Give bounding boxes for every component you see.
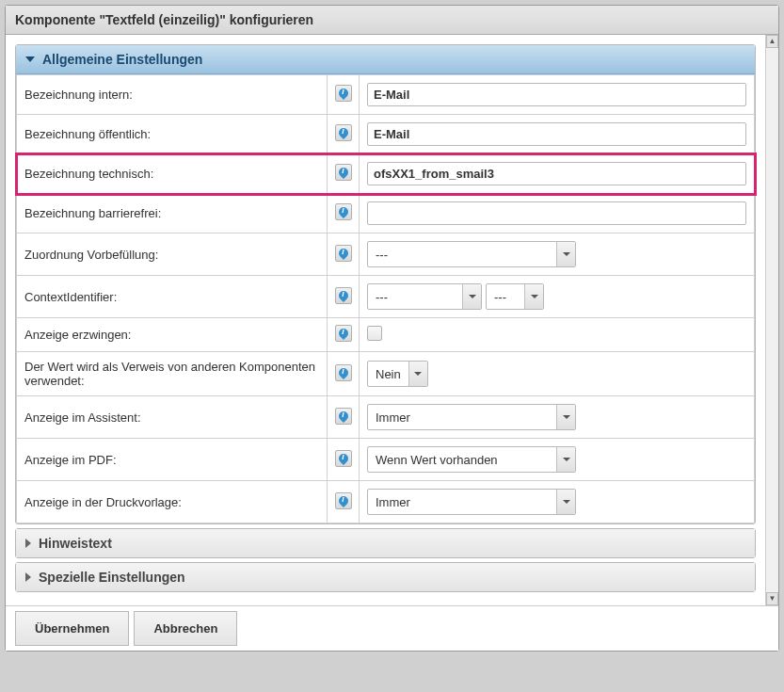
section-special: Spezielle Einstellungen (15, 562, 756, 592)
select-value: Wenn Wert vorhanden (368, 447, 556, 472)
select-reference[interactable]: Nein (367, 361, 428, 387)
select-assistant[interactable]: Immer (367, 404, 576, 430)
input-public[interactable] (367, 122, 746, 146)
help-icon[interactable] (335, 164, 352, 181)
select-value: Nein (368, 362, 408, 386)
label-print: Anzeige in der Druckvorlage: (17, 481, 328, 523)
config-dialog: Komponente "Textfeld (einzeilig)" konfig… (5, 5, 779, 652)
expand-icon (25, 539, 31, 548)
section-hint: Hinweistext (15, 528, 756, 558)
dialog-title: Komponente "Textfeld (einzeilig)" konfig… (6, 6, 778, 35)
row-force: Anzeige erzwingen: (17, 318, 755, 352)
label-reference: Der Wert wird als Verweis von anderen Ko… (17, 352, 328, 396)
row-assistant: Anzeige im Assistent: Immer (17, 396, 755, 439)
select-print[interactable]: Immer (367, 489, 576, 515)
row-technical: Bezeichnung technisch: (17, 154, 755, 194)
row-accessible: Bezeichnung barrierefrei: (17, 194, 755, 233)
label-public: Bezeichnung öffentlich: (17, 115, 328, 154)
label-assistant: Anzeige im Assistent: (17, 396, 328, 439)
row-public: Bezeichnung öffentlich: (17, 115, 755, 154)
dialog-footer: Übernehmen Abbrechen (6, 605, 778, 651)
select-value: --- (487, 284, 524, 309)
help-icon[interactable] (335, 450, 352, 467)
help-icon[interactable] (335, 245, 352, 262)
chevron-down-icon (556, 405, 575, 429)
cancel-button[interactable]: Abbrechen (134, 611, 237, 646)
label-context: ContextIdentifier: (17, 276, 328, 318)
label-force: Anzeige erzwingen: (17, 318, 328, 352)
label-accessible: Bezeichnung barrierefrei: (17, 194, 328, 233)
chevron-down-icon (462, 284, 481, 309)
chevron-down-icon (556, 490, 575, 514)
section-title: Allgemeine Einstellungen (42, 52, 202, 67)
help-icon[interactable] (335, 408, 352, 425)
chevron-down-icon (556, 447, 575, 472)
label-prefill: Zuordnung Vorbefüllung: (17, 233, 328, 276)
scroll-up-icon[interactable]: ▲ (766, 35, 778, 48)
label-internal: Bezeichnung intern: (17, 75, 328, 115)
section-header-general[interactable]: Allgemeine Einstellungen (16, 45, 755, 74)
row-context: ContextIdentifier: --- --- (17, 276, 755, 318)
chevron-down-icon (556, 242, 575, 266)
input-technical[interactable] (367, 162, 746, 185)
collapse-icon (25, 56, 35, 62)
row-reference: Der Wert wird als Verweis von anderen Ko… (17, 352, 755, 396)
select-context-2[interactable]: --- (486, 283, 544, 310)
checkbox-force[interactable] (367, 326, 382, 341)
row-pdf: Anzeige im PDF: Wenn Wert vorhanden (17, 439, 755, 481)
apply-button[interactable]: Übernehmen (15, 611, 129, 646)
select-prefill[interactable]: --- (367, 241, 576, 267)
row-print: Anzeige in der Druckvorlage: Immer (17, 481, 755, 523)
help-icon[interactable] (335, 124, 352, 141)
scroll-down-icon[interactable]: ▼ (766, 592, 778, 605)
expand-icon (25, 572, 31, 582)
select-value: Immer (368, 490, 556, 514)
label-technical: Bezeichnung technisch: (17, 154, 328, 194)
section-header-special[interactable]: Spezielle Einstellungen (16, 563, 755, 591)
input-accessible[interactable] (367, 201, 746, 225)
help-icon[interactable] (335, 364, 352, 381)
section-header-hint[interactable]: Hinweistext (16, 529, 755, 557)
section-general: Allgemeine Einstellungen Bezeichnung int… (15, 44, 756, 524)
select-pdf[interactable]: Wenn Wert vorhanden (367, 446, 576, 473)
select-value: --- (368, 284, 462, 309)
select-value: --- (368, 242, 556, 266)
chevron-down-icon (408, 362, 427, 386)
dialog-body: ▲ ▼ Allgemeine Einstellungen Bezeichnung… (6, 35, 778, 605)
section-title: Hinweistext (39, 536, 112, 551)
help-icon[interactable] (335, 85, 352, 102)
scrollbar[interactable]: ▲ ▼ (765, 35, 778, 605)
section-title: Spezielle Einstellungen (39, 570, 185, 585)
label-pdf: Anzeige im PDF: (17, 439, 328, 481)
chevron-down-icon (524, 284, 543, 309)
help-icon[interactable] (335, 492, 352, 509)
row-prefill: Zuordnung Vorbefüllung: --- (17, 233, 755, 276)
input-internal[interactable] (367, 83, 746, 106)
row-internal: Bezeichnung intern: (17, 75, 755, 115)
help-icon[interactable] (335, 203, 352, 220)
select-value: Immer (368, 405, 556, 429)
field-table: Bezeichnung intern: Bezeichnung öffentli… (16, 74, 755, 523)
help-icon[interactable] (335, 287, 352, 304)
select-context-1[interactable]: --- (367, 283, 482, 310)
help-icon[interactable] (335, 325, 352, 342)
